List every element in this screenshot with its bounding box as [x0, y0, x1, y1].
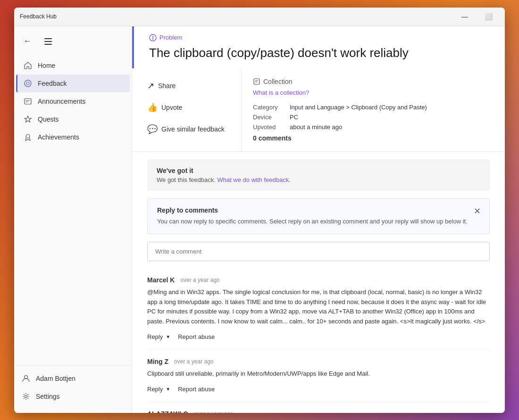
svg-point-5 [25, 395, 27, 397]
share-icon: ↗ [147, 81, 154, 91]
minimize-button[interactable]: — [454, 9, 476, 24]
comments-count-display: 0 comments [253, 134, 478, 142]
sidebar-item-home[interactable]: Home [16, 57, 130, 74]
upvoted-value: about a minute ago [290, 124, 342, 131]
settings-label: Settings [36, 393, 60, 400]
info-banner: We've got it We got this feedback. What … [147, 159, 490, 191]
sidebar-label-quests: Quests [38, 115, 59, 123]
content-area: Problem The clipboard (copy/paste) doesn… [132, 26, 505, 413]
problem-badge: Problem [149, 34, 490, 41]
settings-icon [22, 392, 30, 401]
similar-feedback-label: Give similar feedback [161, 125, 225, 133]
close-notice-button[interactable]: ✕ [470, 205, 484, 218]
feedback-title: The clipboard (copy/paste) doesn't work … [149, 45, 490, 61]
info-banner-text: We got this feedback. What we do with fe… [157, 176, 480, 183]
sidebar-nav: Home Feedback Announcements [14, 53, 132, 365]
reply-notice-title: Reply to comments [157, 206, 480, 214]
window-title: Feedback Hub [20, 13, 57, 20]
share-label: Share [158, 82, 176, 90]
main-layout: ← Home [14, 26, 505, 413]
svg-rect-2 [25, 99, 31, 104]
comment-input-area [147, 242, 490, 261]
reply-label-1: Reply [147, 333, 163, 340]
sidebar-item-announcements[interactable]: Announcements [16, 92, 130, 110]
reply-notice: ✕ Reply to comments You can now reply to… [147, 198, 490, 234]
reply-button-2[interactable]: Reply ▼ [147, 384, 170, 395]
comment-input[interactable] [147, 242, 490, 261]
collection-link[interactable]: What is a collection? [253, 89, 478, 96]
sidebar-item-quests[interactable]: Quests [16, 110, 130, 128]
sidebar-label-announcements: Announcements [38, 98, 85, 105]
comment-meta-1: Marcel K over a year ago [147, 276, 490, 284]
collection-icon [253, 78, 260, 85]
quests-icon [24, 115, 32, 124]
comment-time-2: over a year ago [174, 358, 213, 365]
settings-item[interactable]: Settings [14, 387, 132, 405]
info-banner-static-text: We got this feedback. [157, 176, 216, 183]
user-icon [22, 374, 30, 383]
sidebar: ← Home [14, 26, 132, 413]
comment-actions-1: Reply ▼ Report abuse [147, 331, 490, 342]
table-row: Marcel K over a year ago @Ming and in Wi… [147, 269, 490, 350]
reply-label-2: Reply [147, 386, 163, 393]
svg-rect-7 [254, 79, 260, 84]
collection-header: Collection [253, 78, 478, 85]
collection-label: Collection [263, 78, 292, 85]
upvote-icon: 👍 [147, 102, 158, 113]
user-profile-item[interactable]: Adam Bottjen [14, 370, 132, 387]
window-controls: — ⬜ [454, 9, 499, 24]
sidebar-label-home: Home [38, 62, 55, 69]
sidebar-bottom: Adam Bottjen Settings [14, 365, 132, 409]
table-row: ALAZZAWI G over a year ago [147, 403, 490, 413]
upvoted-label: Upvoted [253, 124, 286, 131]
content-header: Problem The clipboard (copy/paste) doesn… [132, 26, 505, 69]
reply-button-1[interactable]: Reply ▼ [147, 331, 170, 342]
category-row: Category Input and Language > Clipboard … [253, 104, 478, 111]
svg-point-0 [25, 80, 31, 87]
share-button[interactable]: ↗ Share [147, 78, 241, 94]
sidebar-item-achievements[interactable]: Achievements [16, 128, 130, 146]
info-banner-link[interactable]: What we do with feedback. [217, 176, 290, 183]
category-value: Input and Language > Clipboard (Copy and… [290, 104, 427, 111]
sidebar-top: ← [14, 30, 132, 53]
table-row: Ming Z over a year ago Clipboard still u… [147, 350, 490, 403]
problem-label: Problem [159, 34, 182, 41]
announcements-icon [24, 97, 32, 106]
give-similar-feedback-button[interactable]: 💬 Give similar feedback [147, 121, 241, 137]
info-panel: Collection What is a collection? Categor… [242, 68, 490, 151]
upvote-button[interactable]: 👍 Upvote [147, 99, 241, 115]
achievements-icon [24, 133, 32, 141]
feedback-icon [24, 79, 32, 88]
device-row: Device PC [253, 114, 478, 121]
user-name: Adam Bottjen [36, 375, 75, 382]
comment-author-3: ALAZZAWI G [147, 410, 188, 413]
report-abuse-button-1[interactable]: Report abuse [178, 331, 215, 342]
sidebar-item-feedback[interactable]: Feedback [16, 74, 130, 92]
svg-point-1 [26, 82, 29, 85]
similar-feedback-icon: 💬 [147, 124, 158, 134]
hamburger-line-2 [44, 41, 52, 42]
comment-meta-2: Ming Z over a year ago [147, 358, 490, 365]
home-icon [24, 61, 32, 70]
restore-button[interactable]: ⬜ [477, 9, 499, 24]
report-abuse-button-2[interactable]: Report abuse [178, 384, 215, 395]
actions-info-row: ↗ Share 👍 Upvote 💬 Give similar feedback [132, 68, 505, 152]
comments-list: Marcel K over a year ago @Ming and in Wi… [132, 269, 505, 413]
upvote-label: Upvote [161, 104, 182, 111]
comment-author-1: Marcel K [147, 276, 175, 284]
problem-icon [149, 34, 157, 41]
device-value: PC [290, 114, 298, 121]
sidebar-label-feedback: Feedback [38, 80, 67, 87]
dropdown-icon-2: ▼ [166, 387, 170, 392]
back-button[interactable]: ← [20, 34, 35, 49]
count-label: comments [259, 134, 292, 142]
device-label: Device [253, 114, 286, 121]
svg-point-3 [26, 134, 30, 138]
category-label: Category [253, 104, 286, 111]
dropdown-icon-1: ▼ [166, 334, 170, 339]
count-number: 0 [253, 134, 257, 142]
comment-time-3: over a year ago [194, 411, 233, 413]
actions-panel: ↗ Share 👍 Upvote 💬 Give similar feedback [147, 68, 242, 151]
hamburger-button[interactable] [41, 34, 56, 49]
sidebar-label-achievements: Achievements [38, 133, 79, 141]
